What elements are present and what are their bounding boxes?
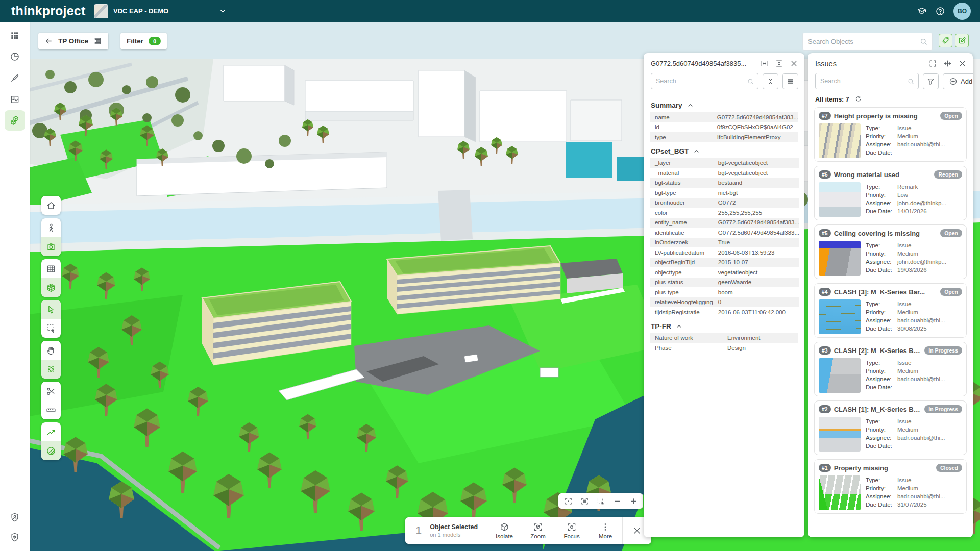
create-issue-button[interactable]	[955, 34, 969, 47]
issue-card[interactable]: #6 Wrong material used Reopen Type:Remar…	[814, 166, 967, 220]
table-grid-icon	[46, 264, 56, 274]
row-view-button[interactable]	[782, 73, 798, 89]
filter-label: Filter	[127, 37, 143, 45]
rows-icon	[786, 77, 795, 86]
issue-field-row: Due Date:	[866, 148, 962, 157]
help-button[interactable]	[935, 6, 945, 16]
pan-tool[interactable]	[41, 341, 61, 360]
model-explorer-tool[interactable]	[41, 278, 61, 297]
close-properties-button[interactable]	[790, 59, 798, 68]
collapse-all-button[interactable]	[763, 73, 778, 89]
issue-thumbnail	[819, 475, 861, 510]
sidebar-item-admin[interactable]	[5, 507, 25, 528]
fit-height-button[interactable]	[775, 59, 783, 68]
select-tool[interactable]	[41, 300, 61, 319]
isolate-button[interactable]: Isolate	[487, 522, 521, 539]
frame-selection-button[interactable]	[561, 494, 575, 508]
sidebar-item-markup[interactable]	[5, 68, 25, 88]
walk-mode-tool[interactable]	[41, 218, 61, 237]
sidebar-item-apps[interactable]	[5, 26, 25, 46]
user-avatar[interactable]: BO	[953, 3, 971, 20]
issue-card[interactable]: #7 Height property is missing Open Type:…	[814, 107, 967, 162]
property-row: relatieveHoogteligging0	[650, 297, 799, 308]
refresh-issues-button[interactable]	[854, 95, 862, 103]
learning-button[interactable]	[917, 6, 927, 16]
graduation-cap-icon	[917, 6, 927, 16]
section-cut-tool[interactable]	[41, 382, 61, 400]
camera-tool[interactable]	[41, 237, 61, 256]
measure-tool[interactable]	[41, 400, 61, 419]
expand-panel-button[interactable]	[928, 59, 937, 68]
zoom-to-button[interactable]: Zoom	[521, 522, 555, 539]
issue-field-row: Type:Issue	[866, 476, 962, 484]
back-button[interactable]	[44, 37, 53, 45]
marquee-select-tool[interactable]	[41, 319, 61, 338]
issue-status-badge: In Progress	[924, 346, 962, 355]
top-app-bar: thínkproject VDC EAP - DEMO BO	[0, 0, 980, 22]
fit-height-icon	[775, 59, 783, 68]
issue-number-badge: #4	[819, 288, 831, 296]
sidebar-item-settings[interactable]	[5, 527, 25, 547]
refresh-icon	[854, 95, 862, 103]
property-row: objecttypevegetatieobject	[650, 267, 799, 278]
property-section-header[interactable]: Summary	[651, 102, 797, 109]
property-table: Nature of workEnvironmentPhaseDesign	[650, 333, 798, 353]
home-view-tool[interactable]	[41, 196, 61, 215]
zoom-window-button[interactable]	[594, 494, 607, 508]
issue-number-badge: #2	[819, 405, 831, 413]
issue-field-row: Type:Issue	[866, 241, 962, 249]
filter-issues-button[interactable]	[923, 73, 939, 89]
property-section-header[interactable]: TP-FR	[651, 322, 797, 330]
project-name: VDC EAP - DEMO	[113, 7, 168, 15]
box-select-button[interactable]	[578, 494, 591, 508]
sidebar-item-dashboards[interactable]	[5, 46, 25, 67]
issue-card[interactable]: #4 CLASH [3]: M_K-Series Bar... Open Typ…	[814, 283, 967, 338]
issues-search-input[interactable]	[816, 78, 907, 85]
camera-icon	[46, 242, 56, 252]
properties-search-input[interactable]	[651, 78, 747, 85]
issue-number-badge: #7	[819, 112, 831, 120]
property-row: inOnderzoekTrue	[650, 238, 799, 248]
close-issues-button[interactable]	[958, 59, 967, 68]
analysis-tool[interactable]	[41, 422, 61, 441]
tags-button[interactable]	[939, 34, 952, 47]
zoom-in-button[interactable]	[627, 494, 640, 508]
property-row: bgt-statusbestaand	[650, 178, 799, 188]
property-row: color255,255,255,255	[650, 208, 799, 218]
box-select-icon	[580, 497, 589, 506]
fit-width-button[interactable]	[760, 59, 769, 68]
property-section-header[interactable]: CPset_BGT	[651, 147, 797, 155]
collapse-panel-button[interactable]	[943, 59, 952, 68]
issue-card[interactable]: #1 Property missing Closed Type:IssuePri…	[814, 459, 967, 514]
issue-fields: Type:IssuePriority:MediumAssignee:john.d…	[866, 241, 962, 276]
property-row: id0f9zCQEbSHxOP$0aAi4G02	[650, 122, 798, 133]
more-button[interactable]: More	[589, 522, 622, 539]
property-row: LV-publicatiedatum2016-06-03T13:59:23	[650, 247, 799, 258]
model-chip[interactable]: TP Office	[38, 33, 108, 49]
ruler-icon	[46, 405, 56, 415]
project-selector[interactable]: VDC EAP - DEMO	[89, 0, 232, 22]
focus-button[interactable]: Focus	[555, 522, 589, 539]
issue-card[interactable]: #3 CLASH [2]: M_K-Series Bar... In Progr…	[814, 342, 967, 396]
clip-plane-tool[interactable]	[41, 441, 61, 460]
issue-field-row: Priority:Medium	[866, 367, 962, 375]
issue-field-row: Assignee:john.doe@thinkp...	[866, 199, 962, 207]
model-tree-button[interactable]	[93, 37, 102, 45]
issue-status-badge: Open	[940, 112, 962, 120]
issue-card[interactable]: #5 Ceiling covering is missing Open Type…	[814, 224, 967, 279]
zoom-out-button[interactable]	[610, 494, 624, 508]
focus-icon	[567, 522, 577, 532]
search-objects-input[interactable]	[803, 38, 919, 45]
property-row: identificatieG0772.5d60749d49854af383...	[650, 228, 799, 238]
issue-field-row: Priority:Medium	[866, 132, 962, 140]
sidebar-item-forms[interactable]	[5, 89, 25, 110]
issue-title: CLASH [1]: M_K-Series Bar ...	[834, 406, 922, 413]
data-table-tool[interactable]	[41, 259, 61, 278]
filter-chip[interactable]: Filter 0	[120, 33, 167, 49]
issue-field-row: Due Date:30/08/2025	[866, 324, 962, 333]
orbit-tool[interactable]	[41, 360, 61, 379]
search-icon	[907, 78, 915, 85]
add-issue-button[interactable]: Add	[943, 73, 973, 89]
sidebar-item-model-viewer[interactable]	[5, 110, 25, 131]
issue-card[interactable]: #2 CLASH [1]: M_K-Series Bar ... In Prog…	[814, 400, 967, 455]
